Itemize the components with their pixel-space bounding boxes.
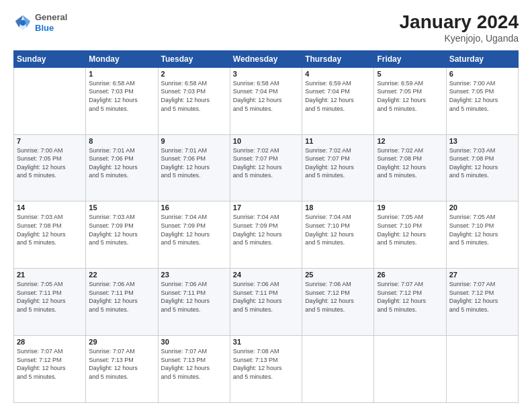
logo-blue: Blue <box>35 23 54 33</box>
calendar-cell: 20Sunrise: 7:05 AM Sunset: 7:10 PM Dayli… <box>446 201 518 269</box>
day-info: Sunrise: 7:07 AM Sunset: 7:12 PM Dayligh… <box>17 347 83 381</box>
calendar-cell: 1Sunrise: 6:58 AM Sunset: 7:03 PM Daylig… <box>86 67 158 134</box>
day-number: 13 <box>449 137 515 145</box>
day-info: Sunrise: 7:07 AM Sunset: 7:13 PM Dayligh… <box>89 347 154 381</box>
logo: General Blue <box>13 12 67 33</box>
calendar-cell: 15Sunrise: 7:03 AM Sunset: 7:09 PM Dayli… <box>86 201 158 269</box>
day-number: 8 <box>89 137 154 145</box>
calendar-cell: 22Sunrise: 7:06 AM Sunset: 7:11 PM Dayli… <box>86 269 158 336</box>
calendar-cell: 3Sunrise: 6:58 AM Sunset: 7:04 PM Daylig… <box>230 67 302 134</box>
day-number: 2 <box>161 70 227 78</box>
calendar-cell: 16Sunrise: 7:04 AM Sunset: 7:09 PM Dayli… <box>158 201 230 269</box>
calendar-cell: 8Sunrise: 7:01 AM Sunset: 7:06 PM Daylig… <box>86 134 158 201</box>
calendar-cell <box>14 67 86 134</box>
day-info: Sunrise: 7:03 AM Sunset: 7:09 PM Dayligh… <box>89 213 154 246</box>
weekday-header-row: SundayMondayTuesdayWednesdayThursdayFrid… <box>14 50 519 67</box>
calendar-cell: 25Sunrise: 7:06 AM Sunset: 7:12 PM Dayli… <box>302 269 374 336</box>
day-number: 17 <box>233 203 299 212</box>
calendar-week-4: 21Sunrise: 7:05 AM Sunset: 7:11 PM Dayli… <box>14 269 519 336</box>
calendar-week-3: 14Sunrise: 7:03 AM Sunset: 7:08 PM Dayli… <box>14 201 519 269</box>
day-number: 18 <box>305 203 371 212</box>
day-info: Sunrise: 7:05 AM Sunset: 7:10 PM Dayligh… <box>449 213 515 246</box>
day-number: 9 <box>161 137 227 145</box>
calendar-cell: 13Sunrise: 7:03 AM Sunset: 7:08 PM Dayli… <box>446 134 518 201</box>
day-info: Sunrise: 7:08 AM Sunset: 7:13 PM Dayligh… <box>233 347 299 381</box>
weekday-header-tuesday: Tuesday <box>158 50 230 67</box>
day-number: 23 <box>161 271 227 279</box>
calendar-cell: 28Sunrise: 7:07 AM Sunset: 7:12 PM Dayli… <box>14 336 86 403</box>
svg-point-3 <box>20 19 26 25</box>
day-info: Sunrise: 6:58 AM Sunset: 7:03 PM Dayligh… <box>89 79 154 113</box>
month-year: January 2024 <box>400 12 519 33</box>
day-info: Sunrise: 7:05 AM Sunset: 7:10 PM Dayligh… <box>377 213 443 246</box>
day-info: Sunrise: 6:58 AM Sunset: 7:03 PM Dayligh… <box>161 79 227 113</box>
logo-text: General Blue <box>35 12 67 33</box>
calendar-cell: 2Sunrise: 6:58 AM Sunset: 7:03 PM Daylig… <box>158 67 230 134</box>
calendar-cell <box>302 336 374 403</box>
calendar-cell: 30Sunrise: 7:07 AM Sunset: 7:13 PM Dayli… <box>158 336 230 403</box>
day-number: 4 <box>305 70 371 78</box>
calendar-cell: 24Sunrise: 7:06 AM Sunset: 7:11 PM Dayli… <box>230 269 302 336</box>
day-info: Sunrise: 7:03 AM Sunset: 7:08 PM Dayligh… <box>449 146 515 180</box>
day-number: 21 <box>17 271 83 279</box>
day-info: Sunrise: 7:04 AM Sunset: 7:09 PM Dayligh… <box>233 213 299 246</box>
calendar-cell: 17Sunrise: 7:04 AM Sunset: 7:09 PM Dayli… <box>230 201 302 269</box>
calendar-week-5: 28Sunrise: 7:07 AM Sunset: 7:12 PM Dayli… <box>14 336 519 403</box>
day-info: Sunrise: 7:04 AM Sunset: 7:09 PM Dayligh… <box>161 213 227 246</box>
day-number: 7 <box>17 137 83 145</box>
day-number: 11 <box>305 137 371 145</box>
day-number: 12 <box>377 137 443 145</box>
day-number: 28 <box>17 338 83 346</box>
calendar-cell: 26Sunrise: 7:07 AM Sunset: 7:12 PM Dayli… <box>374 269 446 336</box>
calendar-cell: 12Sunrise: 7:02 AM Sunset: 7:08 PM Dayli… <box>374 134 446 201</box>
day-info: Sunrise: 7:04 AM Sunset: 7:10 PM Dayligh… <box>305 213 371 246</box>
day-number: 31 <box>233 338 299 346</box>
day-info: Sunrise: 7:02 AM Sunset: 7:07 PM Dayligh… <box>233 146 299 180</box>
calendar-week-1: 1Sunrise: 6:58 AM Sunset: 7:03 PM Daylig… <box>14 67 519 134</box>
title-block: January 2024 Kyenjojo, Uganda <box>400 12 519 44</box>
day-info: Sunrise: 7:06 AM Sunset: 7:11 PM Dayligh… <box>233 280 299 314</box>
weekday-header-monday: Monday <box>86 50 158 67</box>
calendar-cell: 21Sunrise: 7:05 AM Sunset: 7:11 PM Dayli… <box>14 269 86 336</box>
day-info: Sunrise: 7:01 AM Sunset: 7:06 PM Dayligh… <box>161 146 227 180</box>
calendar-cell: 4Sunrise: 6:59 AM Sunset: 7:04 PM Daylig… <box>302 67 374 134</box>
page: General Blue January 2024 Kyenjojo, Ugan… <box>0 0 532 411</box>
day-number: 10 <box>233 137 299 145</box>
day-info: Sunrise: 7:06 AM Sunset: 7:12 PM Dayligh… <box>305 280 371 314</box>
day-number: 16 <box>161 203 227 212</box>
calendar-cell: 10Sunrise: 7:02 AM Sunset: 7:07 PM Dayli… <box>230 134 302 201</box>
weekday-header-thursday: Thursday <box>302 50 374 67</box>
weekday-header-wednesday: Wednesday <box>230 50 302 67</box>
logo-general: General <box>35 12 67 22</box>
day-info: Sunrise: 7:02 AM Sunset: 7:08 PM Dayligh… <box>377 146 443 180</box>
calendar-cell: 23Sunrise: 7:06 AM Sunset: 7:11 PM Dayli… <box>158 269 230 336</box>
day-info: Sunrise: 7:05 AM Sunset: 7:11 PM Dayligh… <box>17 280 83 314</box>
calendar-cell: 27Sunrise: 7:07 AM Sunset: 7:12 PM Dayli… <box>446 269 518 336</box>
day-number: 14 <box>17 203 83 212</box>
calendar-cell: 14Sunrise: 7:03 AM Sunset: 7:08 PM Dayli… <box>14 201 86 269</box>
calendar-cell <box>446 336 518 403</box>
day-number: 26 <box>377 271 443 279</box>
day-number: 19 <box>377 203 443 212</box>
calendar-cell: 29Sunrise: 7:07 AM Sunset: 7:13 PM Dayli… <box>86 336 158 403</box>
day-info: Sunrise: 7:00 AM Sunset: 7:05 PM Dayligh… <box>449 79 515 113</box>
day-info: Sunrise: 7:00 AM Sunset: 7:05 PM Dayligh… <box>17 146 83 180</box>
weekday-header-saturday: Saturday <box>446 50 518 67</box>
day-info: Sunrise: 6:58 AM Sunset: 7:04 PM Dayligh… <box>233 79 299 113</box>
calendar-cell: 18Sunrise: 7:04 AM Sunset: 7:10 PM Dayli… <box>302 201 374 269</box>
weekday-header-sunday: Sunday <box>14 50 86 67</box>
calendar-cell <box>374 336 446 403</box>
day-number: 6 <box>449 70 515 78</box>
day-info: Sunrise: 7:01 AM Sunset: 7:06 PM Dayligh… <box>89 146 154 180</box>
day-info: Sunrise: 7:07 AM Sunset: 7:12 PM Dayligh… <box>377 280 443 314</box>
day-info: Sunrise: 6:59 AM Sunset: 7:04 PM Dayligh… <box>305 79 371 113</box>
day-number: 24 <box>233 271 299 279</box>
day-info: Sunrise: 7:06 AM Sunset: 7:11 PM Dayligh… <box>161 280 227 314</box>
day-number: 5 <box>377 70 443 78</box>
calendar-cell: 6Sunrise: 7:00 AM Sunset: 7:05 PM Daylig… <box>446 67 518 134</box>
calendar-cell: 31Sunrise: 7:08 AM Sunset: 7:13 PM Dayli… <box>230 336 302 403</box>
header: General Blue January 2024 Kyenjojo, Ugan… <box>13 12 519 44</box>
day-number: 29 <box>89 338 154 346</box>
calendar-cell: 19Sunrise: 7:05 AM Sunset: 7:10 PM Dayli… <box>374 201 446 269</box>
weekday-header-friday: Friday <box>374 50 446 67</box>
